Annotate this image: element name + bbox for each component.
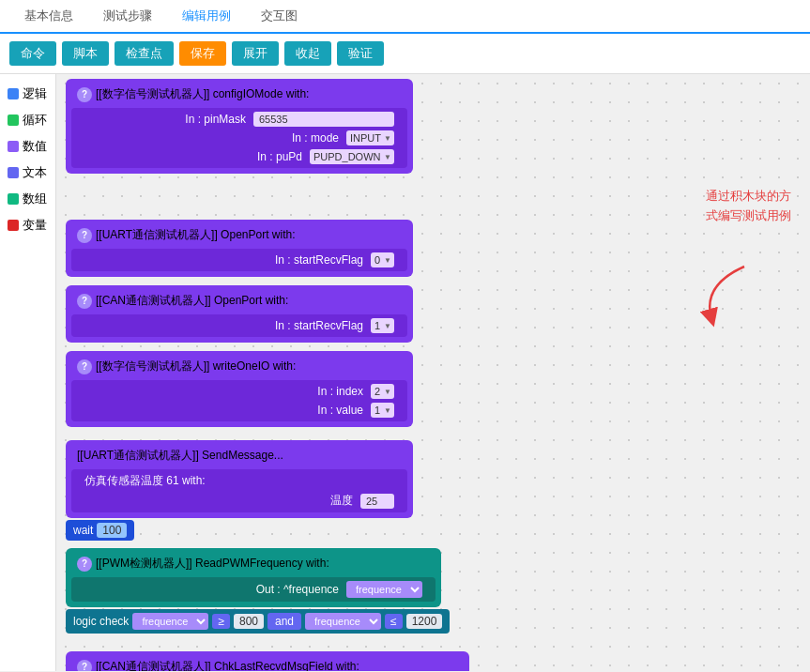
help-icon-2[interactable]: ? — [77, 228, 92, 243]
logic-val-2: 1200 — [406, 614, 443, 629]
checkpoint-button[interactable]: 检查点 — [115, 41, 174, 66]
arrow-svg — [683, 257, 758, 332]
startrecvflag-select-wrapper-3: 1 — [371, 318, 394, 333]
logic-dot — [8, 88, 19, 99]
block6-header: ? [[PWM检测机器人]] ReadPWMFrequency with: — [69, 552, 437, 575]
tab-interaction[interactable]: 交互图 — [246, 0, 313, 32]
script-button[interactable]: 脚本 — [62, 41, 109, 66]
sidebar-item-array[interactable]: 数组 — [0, 187, 55, 211]
sidebar-item-text[interactable]: 文本 — [0, 160, 55, 185]
block5-title: [[UART通信测试机器人]] SendMessage... — [77, 448, 283, 464]
block1-row-pinmask: In : pinMask — [77, 110, 402, 129]
verify-button[interactable]: 验证 — [337, 41, 384, 66]
sidebar-item-logic[interactable]: 逻辑 — [0, 82, 55, 106]
loop-dot — [8, 115, 19, 126]
logic-check-inner: logic check frequence ≥ 800 and frequenc… — [66, 609, 450, 634]
array-dot — [8, 193, 19, 205]
temp-input[interactable] — [360, 494, 394, 509]
number-dot — [8, 141, 19, 152]
block1-header: ? [[数字信号测试机器人]] configIOMode with: — [69, 83, 409, 106]
logic-check-label: logic check — [73, 615, 129, 628]
tab-bar: 基本信息 测试步骤 编辑用例 交互图 — [0, 0, 810, 34]
block-writeoneio: ? [[数字信号测试机器人]] writeOneIO with: In : in… — [66, 351, 413, 427]
help-icon-7[interactable]: ? — [77, 660, 92, 672]
block4-header: ? [[数字信号测试机器人]] writeOneIO with: — [69, 355, 409, 378]
expand-button[interactable]: 展开 — [232, 41, 279, 66]
sidebar-item-variable[interactable]: 变量 — [0, 213, 55, 237]
block2-title: [[UART通信测试机器人]] OpenPort with: — [96, 227, 296, 243]
frequence-select-6[interactable]: frequence — [346, 581, 422, 598]
block4-row-value: In : value 1 — [77, 401, 402, 420]
main-area: 逻辑 循环 数值 文本 数组 变量 ? [[数 — [0, 74, 810, 671]
sidebar-label-number: 数值 — [23, 138, 47, 155]
logic-op-2: ≤ — [385, 614, 403, 629]
sidebar-label-logic: 逻辑 — [23, 85, 47, 102]
index-select[interactable]: 2 — [371, 384, 394, 399]
help-icon-1[interactable]: ? — [77, 87, 92, 102]
block-can-openport: ? [[CAN通信测试机器人]] OpenPort with: In : sta… — [66, 285, 413, 343]
block7-title: [[CAN通信测试机器人]] ChkLastRecvdMsgField with… — [96, 659, 359, 671]
tab-basic-info[interactable]: 基本信息 — [9, 0, 88, 32]
help-icon-3[interactable]: ? — [77, 294, 92, 309]
block1-row-mode: In : mode INPUT — [77, 129, 402, 147]
wait-label: wait — [73, 524, 93, 537]
block2-header: ? [[UART通信测试机器人]] OpenPort with: — [69, 223, 409, 247]
startrecvflag-select-3[interactable]: 1 — [371, 318, 394, 333]
red-arrow — [683, 257, 758, 335]
wait-inline: wait 100 — [66, 520, 134, 541]
sidebar-label-text: 文本 — [23, 164, 47, 181]
wait-value: 100 — [97, 523, 127, 538]
pinmask-input[interactable] — [253, 112, 394, 127]
wait-block: wait 100 — [66, 520, 134, 541]
block6-row-frequence: Out : ^frequence frequence — [77, 579, 430, 600]
block2-row-startrecvflag: In : startRecvFlag 0 — [77, 251, 402, 269]
pupd-select-wrapper: PUPD_DOWN — [310, 149, 394, 164]
logic-connector: and — [267, 613, 301, 630]
block-uart-sendmessage: [[UART通信测试机器人]] SendMessage... 仿真传感器温度 6… — [66, 440, 413, 518]
pupd-select[interactable]: PUPD_DOWN — [310, 149, 394, 164]
tab-edit-case[interactable]: 编辑用例 — [167, 0, 246, 34]
cmd-button[interactable]: 命令 — [9, 41, 56, 66]
block5-temp-row: 温度 — [77, 491, 402, 511]
tab-test-steps[interactable]: 测试步骤 — [88, 0, 167, 32]
block5-header: [[UART通信测试机器人]] SendMessage... — [69, 444, 409, 467]
canvas: ? [[数字信号测试机器人]] configIOMode with: In : … — [56, 74, 810, 671]
variable-dot — [8, 220, 19, 231]
logic-frequence-sel-1[interactable]: frequence — [132, 613, 208, 630]
help-icon-4[interactable]: ? — [77, 359, 92, 374]
annotation-label: 通过积木块的方式编写测试用例 — [706, 189, 791, 222]
startrecvflag-select-2[interactable]: 0 — [371, 252, 394, 267]
startrecvflag-select-wrapper-2: 0 — [371, 252, 394, 267]
block1-title: [[数字信号测试机器人]] configIOMode with: — [96, 86, 309, 102]
block-can-chklastrecvd: ? [[CAN通信测试机器人]] ChkLastRecvdMsgField wi… — [66, 651, 469, 671]
sidebar-label-loop: 循环 — [23, 112, 47, 129]
block3-row-startrecvflag: In : startRecvFlag 1 — [77, 316, 402, 335]
save-button[interactable]: 保存 — [179, 41, 226, 66]
logic-frequence-sel-2[interactable]: frequence — [305, 613, 381, 630]
block-pwm-readfreq: ? [[PWM检测机器人]] ReadPWMFrequency with: Ou… — [66, 548, 441, 607]
block7-header: ? [[CAN通信测试机器人]] ChkLastRecvdMsgField wi… — [69, 655, 466, 671]
mode-select-wrapper: INPUT — [346, 130, 394, 145]
sidebar-item-number[interactable]: 数值 — [0, 134, 55, 159]
help-icon-6[interactable]: ? — [77, 557, 92, 572]
mode-select[interactable]: INPUT — [346, 130, 394, 145]
logic-val-1: 800 — [234, 614, 264, 629]
logic-op-1: ≥ — [212, 614, 230, 629]
sensor-label: 仿真传感器温度 61 with: — [84, 473, 206, 489]
value-select[interactable]: 1 — [371, 403, 394, 418]
logic-check-block: logic check frequence ≥ 800 and frequenc… — [66, 609, 450, 634]
toolbar: 命令 脚本 检查点 保存 展开 收起 验证 — [0, 34, 810, 74]
block5-sub: 仿真传感器温度 61 with: — [77, 471, 402, 491]
collapse-button[interactable]: 收起 — [284, 41, 331, 66]
text-dot — [8, 167, 19, 178]
block-configiomode: ? [[数字信号测试机器人]] configIOMode with: In : … — [66, 79, 413, 174]
value-select-wrapper: 1 — [371, 403, 394, 418]
sidebar-item-loop[interactable]: 循环 — [0, 108, 55, 132]
sidebar-label-array: 数组 — [23, 191, 47, 207]
block3-title: [[CAN通信测试机器人]] OpenPort with: — [96, 293, 288, 309]
block3-header: ? [[CAN通信测试机器人]] OpenPort with: — [69, 289, 409, 313]
block4-row-index: In : index 2 — [77, 382, 402, 401]
block6-title: [[PWM检测机器人]] ReadPWMFrequency with: — [96, 556, 329, 572]
block1-row-pupd: In : puPd PUPD_DOWN — [77, 147, 402, 166]
annotation-text: 通过积木块的方式编写测试用例 — [706, 187, 791, 226]
